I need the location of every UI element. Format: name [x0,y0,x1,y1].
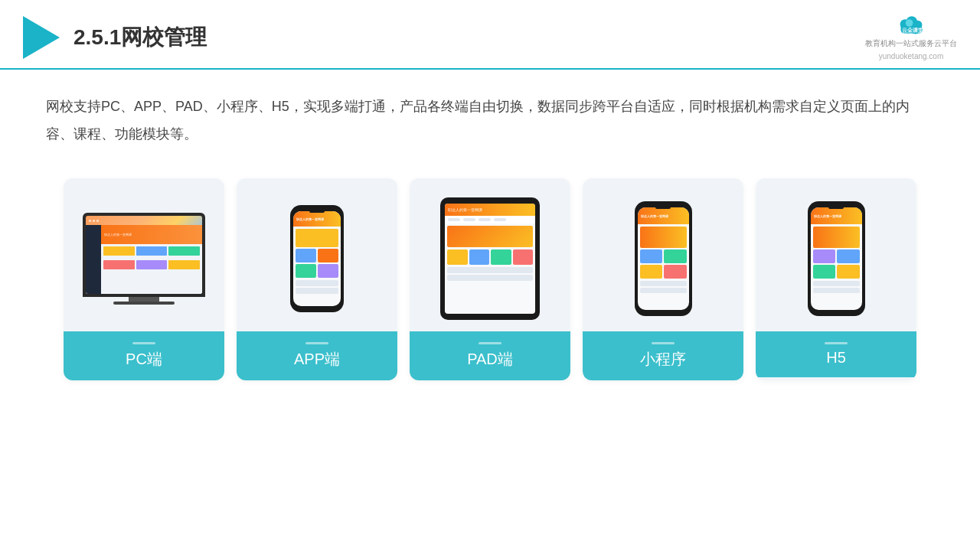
card-app-label: APP端 [237,331,397,380]
app-device-mockup: 职达人的第一堂网课 [290,205,344,312]
card-app: 职达人的第一堂网课 [237,178,397,380]
brand-tagline: 教育机构一站式服务云平台 [865,38,957,49]
card-miniprogram: 职达人的第一堂网课 [583,178,743,380]
svg-text:云朵课堂: 云朵课堂 [902,27,924,34]
pad-device-mockup: 职达人的第一堂网课 [440,197,540,320]
cloud-logo-icon: 云朵课堂 [896,14,926,35]
platform-cards: 职达人的第一堂网课 [0,163,980,396]
header-left: 2.5.1网校管理 [23,16,207,59]
card-h5: 职达人的第一堂网课 [756,178,916,380]
card-pad: 职达人的第一堂网课 [410,178,570,380]
miniprogram-device-mockup: 职达人的第一堂网课 [635,201,692,316]
page-title: 2.5.1网校管理 [74,23,207,52]
brand-logo: 云朵课堂 [896,14,926,35]
card-app-image: 职达人的第一堂网课 [237,178,397,331]
card-pad-label: PAD端 [410,331,570,380]
card-pc-image: 职达人的第一堂网课 [64,178,224,331]
card-h5-image: 职达人的第一堂网课 [756,178,916,331]
card-h5-label: H5 [756,331,916,377]
card-pc-label: PC端 [64,331,224,380]
brand-area: 云朵课堂 教育机构一站式服务云平台 yunduoketang.com [865,14,957,60]
card-miniprogram-image: 职达人的第一堂网课 [583,178,743,331]
card-pc: 职达人的第一堂网课 [64,178,224,380]
h5-device-mockup: 职达人的第一堂网课 [808,201,865,316]
logo-triangle-icon [23,16,60,59]
svg-point-6 [906,19,913,27]
description-text: 网校支持PC、APP、PAD、小程序、H5，实现多端打通，产品各终端自由切换，数… [0,70,980,155]
page-header: 2.5.1网校管理 云朵课堂 教育机构一站式服务云平台 yunduoketang… [0,0,980,70]
pc-device-mockup: 职达人的第一堂网课 [83,213,205,305]
card-pad-image: 职达人的第一堂网课 [410,178,570,331]
brand-url: yunduoketang.com [879,52,944,60]
card-miniprogram-label: 小程序 [583,331,743,380]
